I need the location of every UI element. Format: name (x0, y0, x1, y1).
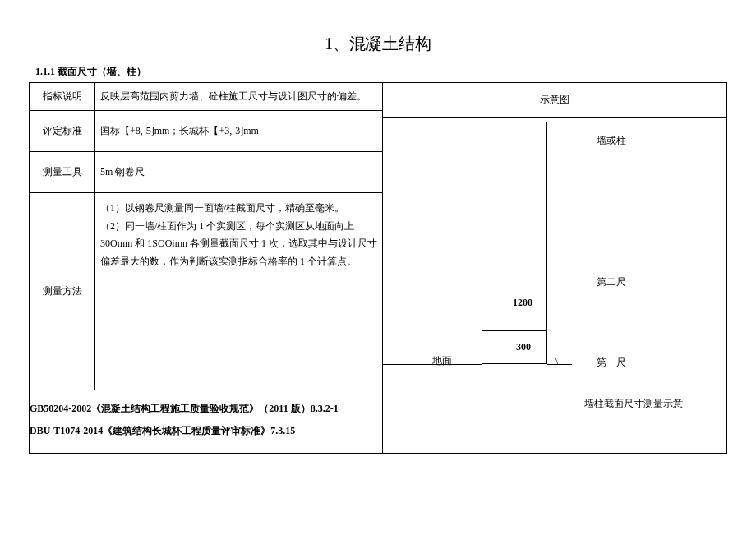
reference-1: GB50204-2002《混凝土结构工程施工质量验收规范》（2011 版）8.3… (30, 402, 377, 416)
reference-2: DBU-T1074-2014《建筑结构长城杯工程质量评审标准》7.3.15 (30, 424, 377, 438)
label-second-ruler: 第二尺 (597, 275, 626, 289)
wall-shape-lower (482, 331, 547, 364)
indicator-label: 指标说明 (30, 83, 95, 111)
indicator-content: 反映层高范围内剪力墙、砼柱施工尺寸与设计图尺寸的偏差。 (95, 83, 383, 111)
value-300: 300 (516, 341, 531, 353)
method-content: （1）以钢卷尺测量同一面墙/柱截面尺寸，精确至毫米。 （2）同一墙/柱面作为 1… (95, 193, 383, 390)
main-table: 指标说明 反映层高范围内剪力墙、砼柱施工尺寸与设计图尺寸的偏差。 示意图 120… (29, 82, 727, 454)
criteria-content: 国标【+8,-5]mm；长城杯【+3,-3]mm (95, 111, 383, 152)
diagram-caption: 墙柱截面尺寸测量示意 (584, 397, 683, 411)
diagram-cell: 示意图 1200 300 墙或柱 第二尺 第一尺 地面 \ 墙柱截面尺寸测量示意 (383, 83, 727, 454)
references-cell: GB50204-2002《混凝土结构工程施工质量验收规范》（2011 版）8.3… (30, 390, 383, 454)
criteria-label: 评定标准 (30, 111, 95, 152)
section-number: 1.1.1 截面尺寸（墙、柱） (35, 65, 727, 79)
ground-line-ext (547, 364, 572, 365)
label-first-ruler: 第一尺 (597, 356, 626, 370)
connector-wall (547, 141, 592, 141)
page-title: 1、混凝土结构 (29, 33, 727, 55)
slash-mark: \ (555, 356, 558, 368)
label-wall: 墙或柱 (597, 134, 626, 148)
diagram-header: 示意图 (383, 83, 726, 117)
label-ground: 地面 (432, 354, 452, 368)
tool-content: 5m 钢卷尺 (95, 152, 383, 193)
method-label: 测量方法 (30, 193, 95, 390)
tool-label: 测量工具 (30, 152, 95, 193)
diagram-body: 1200 300 墙或柱 第二尺 第一尺 地面 \ 墙柱截面尺寸测量示意 (383, 118, 726, 430)
value-1200: 1200 (513, 297, 532, 309)
wall-shape-top (482, 122, 547, 274)
